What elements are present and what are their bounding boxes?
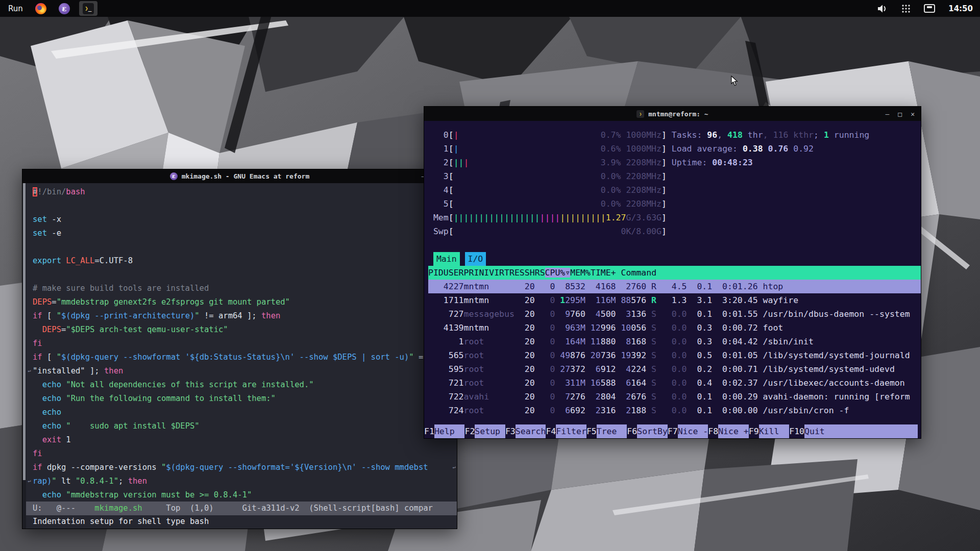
fkey-label-search[interactable]: Search	[516, 424, 546, 438]
meter-line: 4[0.0% 2208MHz]	[428, 183, 921, 197]
column-header-ni[interactable]: NI	[479, 268, 489, 278]
speaker-icon[interactable]	[877, 4, 888, 13]
close-icon[interactable]: ✕	[911, 110, 915, 118]
fkey-f7[interactable]: F7	[668, 424, 678, 438]
htop-terminal-window: ❯ mntmn@reform: ~ – □ ✕ 0[|0.7% 1000MHz]…	[424, 106, 921, 439]
emacs-code-line: #!/bin/bash	[26, 185, 457, 199]
emacs-code-line	[26, 199, 457, 213]
terminal-titlebar[interactable]: ❯ mntmn@reform: ~ – □ ✕	[424, 107, 921, 121]
process-row[interactable]: 724root200669223162188S0.00.10:00.00 /us…	[428, 404, 921, 417]
column-header-time[interactable]: TIME+	[591, 268, 616, 278]
column-header-command[interactable]: Command	[616, 266, 656, 280]
emacs-code-line: if [ "$(dpkg-query --showformat '${db:St…	[26, 350, 457, 364]
emacs-code-line: echo "Run the following command to insta…	[26, 392, 457, 406]
fkey-f1[interactable]: F1	[424, 424, 434, 438]
column-header-pid[interactable]: PID	[428, 268, 444, 278]
emacs-code-line: if [ "$(dpkg --print-architecture)" != a…	[26, 309, 457, 323]
terminal-launcher-active[interactable]: ❯_	[79, 1, 97, 16]
column-header-pri[interactable]: PRI	[464, 268, 479, 278]
emacs-code-line	[26, 268, 457, 282]
emacs-code-line: set -e	[26, 227, 457, 240]
emacs-code-line: echo "mmdebstrap version must be >= 0.8.…	[26, 488, 457, 502]
fkey-label-filter[interactable]: Filter	[556, 424, 586, 438]
emacs-code-line: DEPS="mmdebstrap genext2fs e2fsprogs git…	[26, 295, 457, 309]
tab-io[interactable]: I/O	[465, 252, 486, 266]
fkey-f2[interactable]: F2	[464, 424, 475, 438]
fkey-label-tree[interactable]: Tree	[597, 424, 627, 438]
function-key-bar: F1HelpF2SetupF3SearchF4FilterF5TreeF6Sor…	[424, 424, 921, 438]
emacs-modeline: U: @--- mkimage.sh Top (1,0) Git-a311d-v…	[26, 502, 457, 515]
process-row[interactable]: 565root200498762073619392S0.00.50:01.05 …	[428, 348, 921, 362]
process-row[interactable]: 722avahi200727628042676S0.00.10:00.29 av…	[428, 390, 921, 404]
terminal-window-title: mntmn@reform: ~	[648, 110, 708, 118]
meter-line: 1[|0.6% 1000MHz]Load average: 0.38 0.76 …	[428, 142, 921, 156]
emacs-buffer[interactable]: #!/bin/bashset -xset -eexport LC_ALL=C.U…	[26, 183, 457, 502]
app-grid-icon[interactable]	[901, 4, 911, 13]
fkey-f8[interactable]: F8	[708, 424, 718, 438]
process-row[interactable]: 1root200164M118808168S0.00.30:04.42 /sbi…	[428, 335, 921, 348]
fkey-label-nice[interactable]: Nice -	[678, 424, 708, 438]
firefox-icon[interactable]	[35, 3, 46, 14]
emacs-window-title: mkimage.sh - GNU Emacs at reform	[182, 172, 309, 180]
emacs-code-line: set -x	[26, 213, 457, 227]
emacs-code-line: exit 1	[26, 433, 457, 447]
emacs-code-line: fi	[26, 447, 457, 461]
fkey-f9[interactable]: F9	[749, 424, 759, 438]
display-icon[interactable]	[924, 4, 935, 13]
clock: 14:50	[948, 4, 973, 13]
fkey-label-setup[interactable]: Setup	[475, 424, 505, 438]
emacs-titlebar[interactable]: ε mkimage.sh - GNU Emacs at reform – □ ✕	[22, 169, 457, 183]
fkey-label-sortby[interactable]: SortBy	[637, 424, 668, 438]
process-row[interactable]: 4227mntmn200853241682760R4.50.10:01.26 h…	[428, 280, 921, 293]
emacs-code-line: echo	[26, 406, 457, 419]
column-header-user[interactable]: USER	[444, 268, 464, 278]
tab-main[interactable]: Main	[433, 252, 460, 266]
fkey-f10[interactable]: F10	[789, 424, 804, 438]
process-row[interactable]: 1711mntmn2001295M116M88576R1.33.13:20.45…	[428, 293, 921, 307]
meter-line: 2[|||3.9% 2208MHz]Uptime: 00:48:23	[428, 156, 921, 169]
process-table: 4227mntmn200853241682760R4.50.10:01.26 h…	[428, 280, 921, 417]
emacs-code-line: # make sure build tools are installed	[26, 282, 457, 295]
run-button[interactable]: Run	[8, 4, 23, 13]
emacs-code-line	[26, 240, 457, 254]
taskbar: Run ε ❯_ 14:50	[0, 0, 980, 17]
fkey-label-kill[interactable]: Kill	[759, 424, 790, 438]
htop-tabs: Main I/O	[428, 252, 921, 266]
fkey-f6[interactable]: F6	[627, 424, 637, 438]
maximize-icon[interactable]: □	[898, 110, 902, 118]
emacs-echo-area: Indentation setup for shell type bash	[26, 515, 457, 529]
emacs-code-line: echo " sudo apt install $DEPS"	[26, 419, 457, 433]
htop-screen: 0[|0.7% 1000MHz]Tasks: 96, 418 thr, 116 …	[424, 121, 921, 438]
fkey-label-help[interactable]: Help	[434, 424, 465, 438]
meter-line: 0[|0.7% 1000MHz]Tasks: 96, 418 thr, 116 …	[428, 128, 921, 142]
column-header-mem[interactable]: MEM%	[570, 268, 591, 278]
meter-line: 5[0.0% 2208MHz]	[428, 197, 921, 211]
column-header-shr[interactable]: SHR	[525, 268, 540, 278]
fkey-f4[interactable]: F4	[546, 424, 556, 438]
emacs-code-line: ↩rap)" lt "0.8.4-1"; then	[26, 474, 457, 488]
emacs-scrollbar[interactable]	[22, 183, 26, 529]
fkey-f5[interactable]: F5	[586, 424, 597, 438]
process-table-header[interactable]: PIDUSERPRINIVIRTRESSHRSCPU%▿MEM%TIME+ Co…	[428, 266, 921, 280]
meter-line: 3[0.0% 2208MHz]	[428, 169, 921, 183]
terminal-window-icon: ❯	[636, 110, 644, 118]
process-row[interactable]: 4139mntmn200963M1299610056S0.00.30:00.72…	[428, 321, 921, 335]
blank-line	[428, 238, 921, 252]
minimize-icon[interactable]: –	[886, 110, 890, 118]
emacs-code-line: if dpkg --compare-versions "$(dpkg-query…	[26, 461, 457, 474]
column-header-virt[interactable]: VIRT	[489, 268, 509, 278]
fkey-label-quit[interactable]: Quit	[804, 424, 835, 438]
column-header-res[interactable]: RES	[509, 268, 525, 278]
column-header-cpu[interactable]: CPU%▿	[545, 268, 571, 278]
process-row[interactable]: 721root200311M165886164S0.00.40:02.37 /u…	[428, 376, 921, 390]
emacs-window: ε mkimage.sh - GNU Emacs at reform – □ ✕…	[22, 169, 457, 529]
emacs-icon[interactable]: ε	[59, 3, 70, 14]
meter-line: Swp[0K/8.00G]	[428, 224, 921, 238]
htop-meters: 0[|0.7% 1000MHz]Tasks: 96, 418 thr, 116 …	[428, 128, 921, 238]
process-row[interactable]: 727messagebus200976045003136S0.00.10:01.…	[428, 307, 921, 321]
process-row[interactable]: 595root2002737269124224S0.00.20:00.71 /l…	[428, 362, 921, 376]
fkey-f3[interactable]: F3	[505, 424, 516, 438]
emacs-code-line: fi	[26, 337, 457, 350]
fkey-label-nice[interactable]: Nice +	[718, 424, 749, 438]
column-header-s[interactable]: S	[540, 268, 545, 278]
